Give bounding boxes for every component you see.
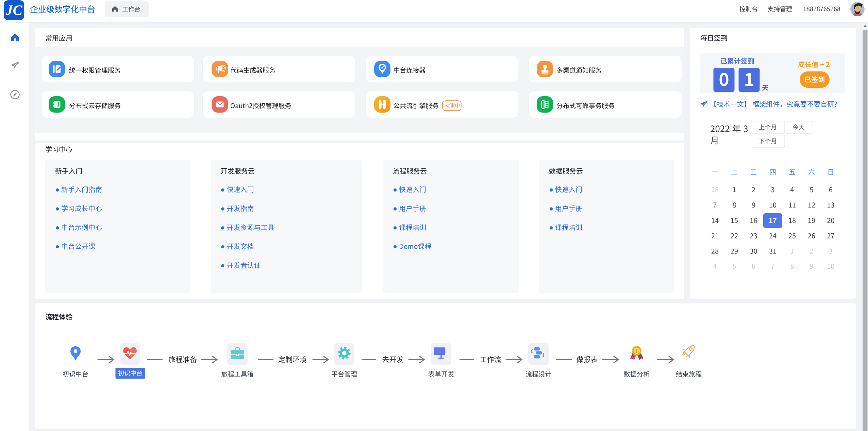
svg-text:1: 1 <box>635 348 638 354</box>
svg-text:JC: JC <box>5 2 22 18</box>
